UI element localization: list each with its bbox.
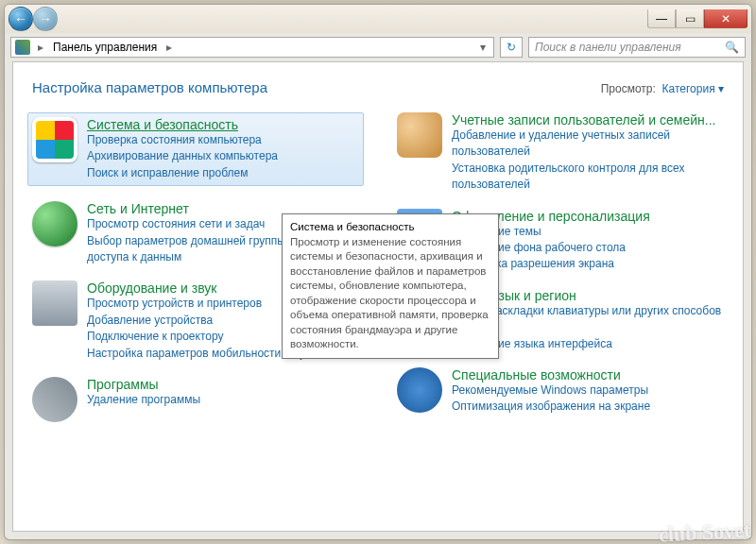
category-title[interactable]: Специальные возможности	[452, 367, 621, 382]
view-selector: Просмотр: Категория ▾	[601, 82, 724, 95]
content-area: Настройка параметров компьютера Просмотр…	[12, 61, 744, 532]
forward-button[interactable]: →	[33, 7, 58, 31]
close-button[interactable]: ✕	[704, 9, 747, 28]
hardware-icon	[32, 280, 77, 326]
breadcrumb[interactable]: ▸ Панель управления ▸	[34, 38, 176, 57]
access-icon	[397, 367, 442, 413]
task-link[interactable]: Оптимизация изображения на экране	[452, 399, 724, 415]
titlebar: ← → — ▭ ✕	[5, 5, 751, 33]
category: Учетные записи пользователей и семейн...…	[397, 112, 724, 194]
category-body: Специальные возможностиРекомендуемые Win…	[452, 367, 724, 416]
category-title[interactable]: Учетные записи пользователей и семейн...	[452, 112, 715, 128]
search-placeholder: Поиск в панели управления	[535, 41, 681, 54]
programs-icon	[32, 377, 77, 422]
task-link[interactable]: Проверка состояния компьютера	[87, 132, 359, 148]
address-bar[interactable]: ▸ Панель управления ▸ ▾	[10, 37, 494, 58]
chevron-right-icon: ▸	[34, 41, 47, 54]
task-link[interactable]: Установка родительского контроля для все…	[452, 161, 724, 194]
dropdown-icon[interactable]: ▾	[476, 41, 490, 54]
task-link[interactable]: Архивирование данных компьютера	[87, 148, 359, 164]
tooltip-title: Система и безопасность	[290, 220, 490, 235]
category-title[interactable]: Система и безопасность	[87, 117, 238, 132]
breadcrumb-label: Панель управления	[47, 41, 163, 54]
category-body: ПрограммыУдаление программы	[87, 377, 359, 422]
category-body: Система и безопасностьПроверка состояния…	[87, 117, 359, 181]
control-panel-icon	[15, 40, 30, 55]
page-title: Настройка параметров компьютера	[32, 79, 267, 95]
minimize-button[interactable]: —	[647, 9, 676, 28]
address-row: ▸ Панель управления ▸ ▾ ↻ Поиск в панели…	[5, 33, 751, 61]
network-icon	[32, 201, 77, 246]
chevron-right-icon: ▸	[163, 41, 176, 54]
category: Система и безопасностьПроверка состояния…	[27, 112, 364, 186]
view-mode-link[interactable]: Категория ▾	[662, 82, 724, 95]
tooltip: Система и безопасность Просмотр и измене…	[282, 213, 499, 359]
category: ПрограммыУдаление программы	[32, 377, 359, 422]
category-title[interactable]: Оборудование и звук	[87, 280, 217, 296]
task-link[interactable]: Удаление программы	[87, 392, 359, 408]
task-link[interactable]: Добавление и удаление учетных записей по…	[452, 128, 724, 161]
category-body: Учетные записи пользователей и семейн...…	[452, 112, 724, 194]
tooltip-body: Просмотр и изменение состояния системы и…	[290, 235, 490, 352]
system-icon	[32, 117, 77, 162]
task-link[interactable]: Рекомендуемые Windows параметры	[452, 382, 724, 399]
users-icon	[397, 112, 442, 158]
back-button[interactable]: ←	[9, 7, 33, 31]
search-input[interactable]: Поиск в панели управления 🔍	[528, 37, 746, 58]
view-label: Просмотр:	[601, 82, 656, 95]
category-title[interactable]: Программы	[87, 377, 159, 392]
category: Специальные возможностиРекомендуемые Win…	[397, 367, 724, 416]
category-title[interactable]: Сеть и Интернет	[87, 201, 189, 216]
search-icon: 🔍	[725, 41, 739, 54]
window-frame: ← → — ▭ ✕ ▸ Панель управления ▸ ▾ ↻ Поис…	[4, 4, 752, 540]
maximize-button[interactable]: ▭	[676, 9, 704, 28]
task-link[interactable]: Поиск и исправление проблем	[87, 165, 359, 181]
refresh-button[interactable]: ↻	[500, 37, 523, 58]
